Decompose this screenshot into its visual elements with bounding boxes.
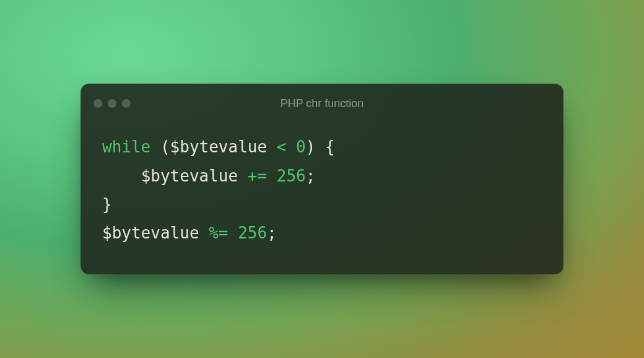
maximize-icon[interactable] [122, 99, 131, 108]
code-window: PHP chr function while ($bytevalue < 0) … [80, 84, 564, 274]
code-token: while [102, 138, 150, 156]
code-token: $bytevalue [141, 167, 238, 185]
code-token [286, 138, 296, 156]
code-token [102, 167, 141, 185]
code-token: ( [150, 138, 170, 156]
code-token: 0 [296, 138, 306, 156]
code-token: ; [267, 224, 277, 242]
code-token [228, 224, 238, 242]
code-token: %= [209, 224, 228, 242]
code-block: while ($bytevalue < 0) { $bytevalue += 2… [81, 115, 563, 273]
code-token [199, 224, 209, 242]
minimize-icon[interactable] [108, 99, 116, 108]
code-token: 256 [238, 224, 267, 242]
code-token: } [102, 195, 112, 214]
code-token [238, 167, 248, 185]
window-title: PHP chr function [94, 97, 550, 110]
code-token [267, 138, 277, 156]
code-token: ; [306, 167, 316, 185]
code-token: $bytevalue [102, 224, 199, 242]
close-icon[interactable] [94, 99, 102, 108]
title-bar: PHP chr function [81, 84, 563, 115]
code-token: ) { [306, 138, 335, 156]
code-token [267, 167, 277, 185]
code-token: < [277, 138, 287, 156]
code-token: $bytevalue [170, 138, 268, 156]
code-token: 256 [277, 167, 306, 185]
traffic-lights [94, 99, 131, 108]
code-token: += [248, 167, 267, 185]
